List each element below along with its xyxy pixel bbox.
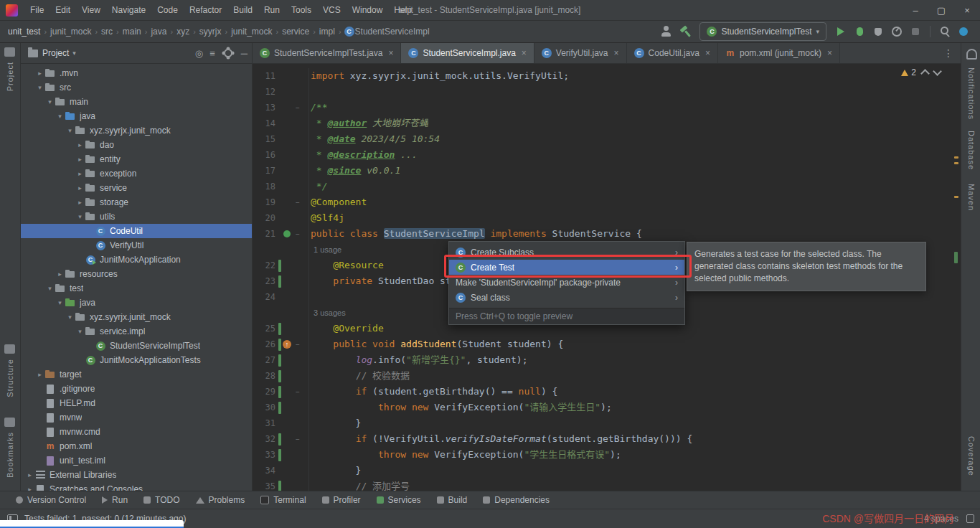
chevron-right-icon[interactable]: ▸ (75, 156, 85, 163)
breadcrumb-item-src[interactable]: src (100, 27, 113, 37)
bookmarks-stripe-icon[interactable] (4, 418, 15, 427)
project-tree-item-target[interactable]: ▸target (21, 367, 252, 382)
menu-navigate[interactable]: Navigate (106, 0, 151, 20)
chevron-down-icon[interactable]: ▾ (75, 213, 85, 220)
editor-tab-pom-xml-junit-mock[interactable]: pom.xml (junit_mock)× (718, 43, 840, 63)
chevron-down-icon[interactable]: ▾ (55, 113, 65, 120)
chevron-right-icon[interactable]: ▸ (75, 199, 85, 206)
project-tree-item-test[interactable]: ▾test (21, 281, 252, 296)
fold-toggle-icon[interactable]: − (293, 104, 303, 112)
project-tree-item-external-libraries[interactable]: ▸External Libraries (21, 468, 252, 482)
minimize-button[interactable]: – (903, 0, 928, 20)
chevron-right-icon[interactable]: ▸ (55, 270, 65, 278)
project-tree-item-dao[interactable]: ▸dao (21, 138, 252, 152)
menu-code[interactable]: Code (151, 0, 184, 20)
project-tree-item-gitignore[interactable]: .gitignore (21, 382, 252, 396)
chevron-down-icon[interactable]: ▾ (75, 328, 85, 335)
breadcrumb-item-java[interactable]: java (150, 27, 167, 37)
status-indicator-icon[interactable] (966, 514, 974, 523)
project-tree-item-utils[interactable]: ▾utils (21, 209, 252, 224)
project-tree-item-codeutil[interactable]: CodeUtil (21, 224, 252, 238)
tool-button-version-control[interactable]: Version Control (16, 495, 86, 505)
project-tree-item-pom-xml[interactable]: pom.xml (21, 439, 252, 453)
tool-button-todo[interactable]: TODO (143, 495, 179, 505)
hide-panel-button[interactable]: ─ (241, 48, 248, 59)
maximize-button[interactable]: ▢ (928, 0, 954, 20)
chevron-down-icon[interactable]: ▾ (72, 50, 76, 57)
menu-window[interactable]: Window (347, 0, 389, 20)
chevron-right-icon[interactable]: ▸ (35, 70, 44, 77)
tool-button-bookmarks[interactable]: Bookmarks (6, 432, 14, 478)
project-tree-item-junitmockapplication[interactable]: JunitMockApplication (21, 253, 252, 267)
settings-gear-icon[interactable] (224, 49, 232, 57)
next-warning-icon[interactable] (933, 67, 942, 76)
project-tree-item-mvn[interactable]: ▸.mvn (21, 66, 252, 80)
breadcrumb-item-syyrjx[interactable]: syyrjx (199, 27, 222, 37)
override-gutter-icon[interactable]: ↑ (283, 340, 291, 349)
notifications-bell-icon[interactable] (966, 49, 977, 60)
chevron-down-icon[interactable]: ▾ (65, 314, 75, 321)
project-tree-item-storage[interactable]: ▸storage (21, 195, 252, 209)
tool-button-structure[interactable]: Structure (6, 359, 14, 397)
ide-update-icon[interactable] (956, 24, 971, 39)
locate-file-button[interactable]: ◎ (195, 48, 203, 59)
chevron-down-icon[interactable]: ▾ (45, 98, 55, 105)
fold-toggle-icon[interactable]: − (293, 230, 303, 238)
tool-button-coverage[interactable]: Coverage (967, 436, 976, 476)
chevron-down-icon[interactable]: ▾ (65, 127, 75, 134)
close-button[interactable]: × (954, 0, 980, 20)
project-tree-item-entity[interactable]: ▸entity (21, 152, 252, 166)
chevron-down-icon[interactable]: ▾ (45, 285, 55, 292)
more-options-icon[interactable]: ⋮ (936, 43, 961, 63)
usages-inlay-hint[interactable]: 1 usage (314, 245, 341, 254)
inspections-widget[interactable]: 2 (901, 67, 941, 77)
close-icon[interactable]: × (388, 48, 393, 58)
tool-button-run[interactable]: Run (102, 495, 128, 505)
project-tree-item-scratches-and-consoles[interactable]: ▸Scratches and Consoles (21, 482, 252, 491)
editor-tab-studentserviceimpl-java[interactable]: StudentServiceImpl.java× (401, 43, 534, 63)
project-stripe-icon[interactable] (4, 47, 15, 57)
breadcrumb-item-studentserviceimpl[interactable]: StudentServiceImpl (354, 27, 430, 37)
context-menu-item-seal-class[interactable]: Seal class› (449, 290, 684, 305)
search-icon[interactable] (938, 24, 952, 39)
close-icon[interactable]: × (827, 48, 832, 58)
chevron-right-icon[interactable]: ▸ (25, 486, 34, 491)
context-menu-item-create-subclass[interactable]: Create Subclass› (449, 245, 684, 260)
editor-tab-verifyutil-java[interactable]: VerifyUtil.java× (534, 43, 627, 63)
fold-toggle-icon[interactable]: − (293, 435, 303, 443)
user-icon[interactable] (659, 24, 674, 39)
impl-gutter-icon[interactable] (283, 230, 291, 237)
breadcrumb-item-unit-test[interactable]: unit_test (7, 27, 41, 37)
coverage-button[interactable] (871, 24, 885, 39)
chevron-right-icon[interactable]: ▸ (25, 471, 34, 478)
menu-view[interactable]: View (76, 0, 106, 20)
breadcrumb-item-junit-mock[interactable]: junit_mock (230, 27, 273, 37)
project-tree-item-help-md[interactable]: HELP.md (21, 396, 252, 410)
stripe-mark[interactable] (954, 156, 958, 159)
project-tree-item-unit-test-iml[interactable]: unit_test.iml (21, 453, 252, 468)
close-icon[interactable]: × (522, 48, 527, 58)
breadcrumb-item-impl[interactable]: impl (319, 27, 336, 37)
chevron-right-icon[interactable]: ▸ (75, 170, 85, 177)
chevron-right-icon[interactable]: ▸ (75, 141, 85, 148)
context-menu-item-make-studentserviceimpl-package-private[interactable]: Make 'StudentServiceImpl' package-privat… (449, 275, 684, 290)
menu-edit[interactable]: Edit (50, 0, 76, 20)
tool-button-terminal[interactable]: Terminal (260, 495, 306, 505)
tool-button-build[interactable]: Build (437, 495, 468, 505)
stop-button[interactable] (908, 24, 923, 39)
editor-tab-studentserviceimpltest-java[interactable]: StudentServiceImplTest.java× (253, 43, 401, 63)
chevron-right-icon[interactable]: ▸ (75, 184, 85, 192)
project-tree-item-studentserviceimpltest[interactable]: StudentServiceImplTest (21, 339, 252, 353)
build-hammer-icon[interactable] (678, 24, 692, 39)
chevron-down-icon[interactable]: ▾ (55, 299, 65, 306)
breadcrumb-item-service[interactable]: service (281, 27, 310, 37)
menu-refactor[interactable]: Refactor (184, 0, 227, 20)
tool-button-project[interactable]: Project (6, 62, 14, 91)
project-tree-item-service[interactable]: ▸service (21, 181, 252, 195)
prev-warning-icon[interactable] (920, 69, 930, 78)
stripe-mark[interactable] (954, 252, 958, 263)
tool-button-maven[interactable]: Maven (967, 184, 976, 211)
menu-file[interactable]: File (24, 0, 50, 20)
collapse-all-button[interactable]: ≡ (209, 48, 215, 59)
tool-button-notifications[interactable]: Notifications (967, 67, 976, 120)
